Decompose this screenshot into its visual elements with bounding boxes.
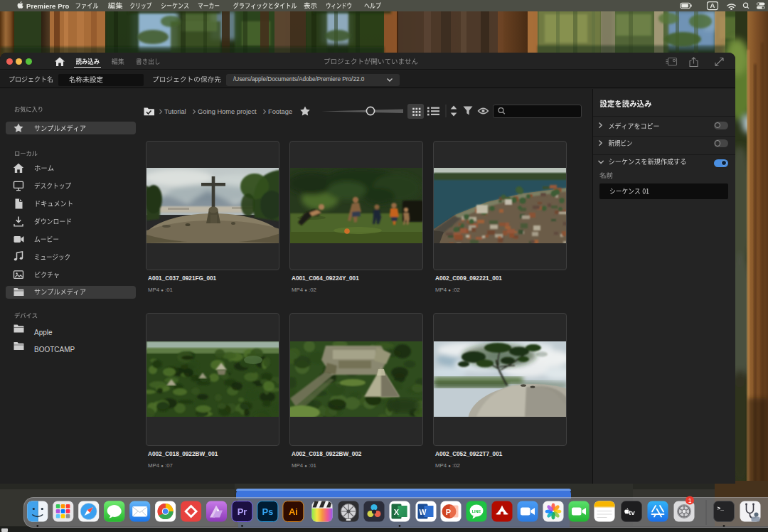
svg-text:A: A	[710, 1, 715, 9]
